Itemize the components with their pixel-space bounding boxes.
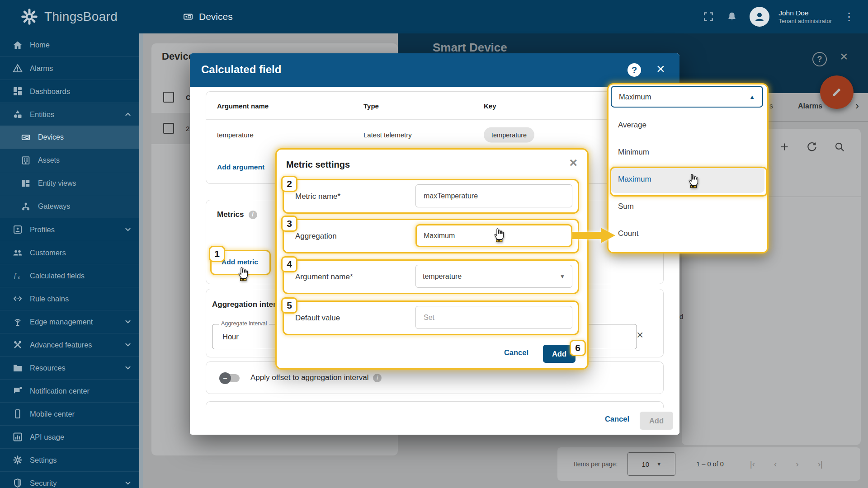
sidebar-item-entity-views[interactable]: Entity views: [0, 172, 139, 195]
sidebar-item-settings[interactable]: Settings: [0, 448, 139, 471]
home-icon: [12, 40, 23, 51]
sidebar-item-mobile-center[interactable]: Mobile center: [0, 402, 139, 425]
caret-up-icon: ▲: [749, 94, 755, 100]
offset-toggle-label: Apply offset to aggregation interval: [250, 373, 368, 382]
argument-type-cell: Latest telemetry: [363, 131, 412, 139]
dialog-field-metric-name: 2Metric name*: [283, 179, 579, 214]
sidebar-item-label: Profiles: [30, 225, 55, 234]
sidebar-item-label: Security: [30, 479, 57, 488]
customers-icon: [12, 247, 23, 258]
avatar[interactable]: [750, 7, 769, 27]
metrics-heading: Metrics: [217, 210, 244, 219]
alarms-icon: [12, 63, 23, 74]
sidebar-item-resources[interactable]: Resources: [0, 356, 139, 379]
dialog-field-argument-name: 4Argument name*temperature▼: [283, 259, 579, 294]
dialog-field-aggregation: 3AggregationMaximum: [283, 219, 579, 253]
offset-toggle[interactable]: –: [221, 374, 240, 382]
sidebar-item-gateways[interactable]: Gateways: [0, 195, 139, 218]
svg-text:f: f: [14, 272, 17, 279]
assets-icon: [20, 155, 31, 166]
user-info[interactable]: John Doe Tenant administrator: [778, 9, 832, 25]
sidebar-item-label: Assets: [38, 156, 60, 164]
sidebar-scrollbar[interactable]: [139, 33, 143, 488]
toggle-knob: –: [219, 372, 231, 384]
sidebar-item-entities[interactable]: Entities: [0, 103, 139, 126]
notification-center-icon: [12, 385, 23, 396]
field-select[interactable]: temperature▼: [415, 265, 572, 288]
caret-down-icon: ▼: [560, 273, 565, 280]
dropdown-option-average[interactable]: Average: [611, 112, 764, 139]
chevron-up-icon: [123, 109, 133, 119]
sidebar-item-label: Mobile center: [30, 410, 75, 418]
aggregation-select-field[interactable]: Maximum ▲: [611, 86, 763, 108]
sidebar-item-profiles[interactable]: Profiles: [0, 218, 139, 241]
arguments-table-header: Argument name Type Key: [206, 92, 663, 120]
dialog-title: Metric settings: [286, 160, 350, 170]
dialog-close-icon[interactable]: ×: [569, 156, 577, 169]
sidebar-item-label: Gateways: [38, 202, 70, 211]
sidebar-item-label: Edge management: [30, 318, 93, 326]
modal-close-icon[interactable]: ×: [656, 61, 665, 76]
guide-arrow: [572, 227, 616, 244]
kebab-menu-icon[interactable]: ⋮: [844, 10, 854, 23]
settings-icon: [12, 455, 23, 465]
calculated-fields-icon: fx: [12, 270, 23, 281]
sidebar: HomeAlarmsDashboardsEntitiesDevicesAsset…: [0, 33, 139, 488]
sidebar-item-label: Devices: [38, 133, 64, 141]
sidebar-item-alarms[interactable]: Alarms: [0, 56, 139, 80]
argument-row[interactable]: temperature Latest telemetry temperature: [206, 119, 663, 150]
next-card-edge: [206, 401, 664, 408]
step-badge-5: 5: [281, 297, 297, 314]
profiles-icon: [12, 224, 23, 235]
edge-management-icon: [12, 316, 23, 327]
sidebar-item-label: Advanced features: [30, 341, 92, 349]
dropdown-option-count[interactable]: Count: [611, 220, 764, 247]
step-badge-1: 1: [209, 246, 225, 262]
text-input[interactable]: [423, 313, 551, 322]
advanced-features-icon: [12, 339, 23, 350]
modal-cancel-button[interactable]: Cancel: [599, 415, 635, 423]
field-input[interactable]: [415, 184, 572, 207]
sidebar-item-assets[interactable]: Assets: [0, 149, 139, 172]
sidebar-item-security[interactable]: Security: [0, 471, 139, 488]
modal-help-icon[interactable]: ?: [627, 63, 641, 77]
step-badge-4: 4: [281, 256, 297, 272]
field-input[interactable]: [415, 306, 572, 329]
breadcrumb: Devices: [183, 11, 233, 22]
sidebar-item-advanced-features[interactable]: Advanced features: [0, 333, 139, 356]
text-input[interactable]: [423, 192, 551, 201]
chevron-down-icon: [123, 363, 133, 373]
dropdown-option-sum[interactable]: Sum: [611, 193, 764, 220]
sidebar-item-home[interactable]: Home: [0, 33, 139, 56]
clear-interval-icon[interactable]: ×: [637, 329, 643, 341]
fullscreen-icon[interactable]: [703, 11, 714, 23]
aggregation-select-value: Maximum: [619, 93, 651, 101]
modal-title: Calculated field: [201, 63, 281, 76]
sidebar-item-dashboards[interactable]: Dashboards: [0, 80, 139, 103]
info-icon: i: [249, 211, 257, 219]
sidebar-item-label: Calculated fields: [30, 272, 85, 280]
dialog-cancel-button[interactable]: Cancel: [500, 348, 532, 357]
argument-key-chip: temperature: [484, 127, 534, 143]
sidebar-item-devices[interactable]: Devices: [0, 126, 139, 149]
sidebar-item-api-usage[interactable]: API usage: [0, 425, 139, 448]
sidebar-item-notification-center[interactable]: Notification center: [0, 379, 139, 402]
sidebar-item-rule-chains[interactable]: Rule chains: [0, 287, 139, 310]
page-title: Devices: [199, 11, 233, 22]
dialog-field-default-value: 5Default value: [283, 300, 579, 335]
sidebar-item-edge-management[interactable]: Edge management: [0, 310, 139, 333]
rule-chains-icon: [12, 293, 23, 304]
modal-add-button-disabled[interactable]: Add: [640, 412, 673, 430]
argument-name-cell: temperature: [217, 131, 254, 139]
notifications-bell-icon[interactable]: [726, 11, 738, 23]
step-badge-2: 2: [281, 176, 297, 192]
devices-icon: [183, 11, 193, 22]
chevron-down-icon: [123, 478, 133, 488]
dropdown-option-minimum[interactable]: Minimum: [611, 139, 764, 166]
sidebar-item-calculated-fields[interactable]: fxCalculated fields: [0, 264, 139, 287]
api-usage-icon: [12, 432, 23, 442]
field-label: Aggregation: [295, 232, 337, 241]
sidebar-item-customers[interactable]: Customers: [0, 241, 139, 264]
svg-text:x: x: [18, 275, 20, 280]
add-argument-button[interactable]: Add argument: [217, 163, 264, 171]
